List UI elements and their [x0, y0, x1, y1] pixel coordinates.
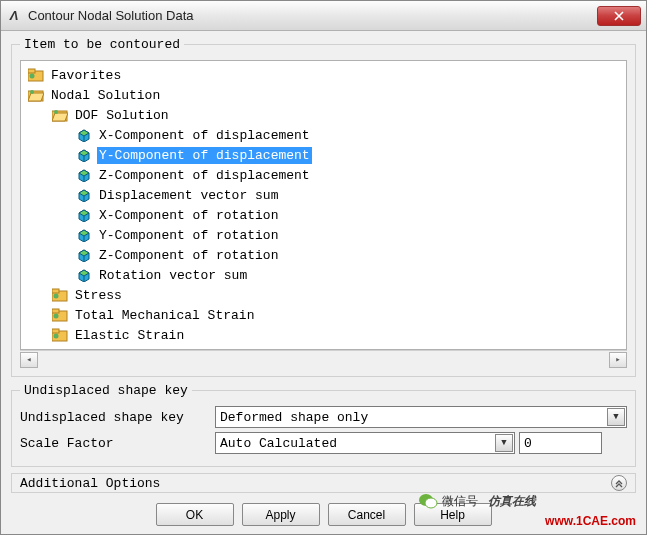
tree-label: Elastic Strain — [73, 327, 186, 344]
tree-view[interactable]: Favorites Nodal Solution DOF Solution X-… — [20, 60, 627, 350]
close-button[interactable] — [597, 6, 641, 26]
titlebar[interactable]: Λ Contour Nodal Solution Data — [1, 1, 646, 31]
chevron-down-icon[interactable]: ▼ — [495, 434, 513, 452]
svg-point-5 — [30, 90, 34, 94]
shape-legend: Undisplaced shape key — [20, 383, 192, 398]
contour-group: Item to be contoured Favorites Nodal Sol… — [11, 37, 636, 377]
dropdown-value: Auto Calculated — [220, 436, 337, 451]
scale-factor-label: Scale Factor — [20, 436, 215, 451]
additional-options-label: Additional Options — [20, 476, 160, 491]
cube-icon — [75, 167, 93, 183]
svg-point-43 — [425, 498, 437, 508]
folder-icon — [51, 307, 69, 323]
tree-label: X-Component of displacement — [97, 127, 312, 144]
scroll-left-icon[interactable]: ◂ — [20, 352, 38, 368]
folder-icon — [51, 327, 69, 343]
tree-label: Y-Component of rotation — [97, 227, 280, 244]
cube-icon — [75, 227, 93, 243]
folder-icon — [51, 287, 69, 303]
shape-group: Undisplaced shape key Undisplaced shape … — [11, 383, 636, 467]
expand-icon[interactable] — [611, 475, 627, 491]
cancel-button[interactable]: Cancel — [328, 503, 406, 526]
tree-item-ydisp[interactable]: Y-Component of displacement — [23, 145, 624, 165]
tree-label: X-Component of rotation — [97, 207, 280, 224]
wechat-icon — [418, 492, 438, 510]
ok-button[interactable]: OK — [156, 503, 234, 526]
chevron-down-icon[interactable]: ▼ — [607, 408, 625, 426]
tree-item-dispsum[interactable]: Displacement vector sum — [23, 185, 624, 205]
tree-label: Y-Component of displacement — [97, 147, 312, 164]
folder-open-icon — [27, 87, 45, 103]
cube-icon — [75, 207, 93, 223]
cube-icon — [75, 267, 93, 283]
svg-point-35 — [54, 294, 59, 299]
cube-icon — [75, 247, 93, 263]
dialog-window: Λ Contour Nodal Solution Data Item to be… — [0, 0, 647, 535]
svg-rect-34 — [52, 289, 59, 293]
button-row: OK Apply Cancel Help — [11, 499, 636, 526]
scale-factor-input[interactable] — [519, 432, 602, 454]
app-icon: Λ — [6, 8, 22, 24]
tree-label: Displacement vector sum — [97, 187, 280, 204]
scale-factor-dropdown[interactable]: Auto Calculated ▼ — [215, 432, 515, 454]
tree-totmech[interactable]: Total Mechanical Strain — [23, 305, 624, 325]
svg-point-41 — [54, 334, 59, 339]
tree-label: DOF Solution — [73, 107, 171, 124]
shape-key-dropdown[interactable]: Deformed shape only ▼ — [215, 406, 627, 428]
cube-icon — [75, 187, 93, 203]
tree-label: Rotation vector sum — [97, 267, 249, 284]
additional-options-bar[interactable]: Additional Options — [11, 473, 636, 493]
tree-item-zrot[interactable]: Z-Component of rotation — [23, 245, 624, 265]
apply-button[interactable]: Apply — [242, 503, 320, 526]
svg-marker-7 — [52, 113, 68, 121]
folder-open-icon — [51, 107, 69, 123]
horizontal-scrollbar[interactable]: ◂ ▸ — [20, 350, 627, 368]
cube-icon — [75, 147, 93, 163]
tree-favorites[interactable]: Favorites — [23, 65, 624, 85]
watermark-wechat: 微信号 仿真在线 — [418, 492, 536, 510]
svg-point-8 — [54, 110, 58, 114]
tree-item-xrot[interactable]: X-Component of rotation — [23, 205, 624, 225]
dropdown-value: Deformed shape only — [220, 410, 368, 425]
tree-label: Favorites — [49, 67, 123, 84]
tree-label: Nodal Solution — [49, 87, 162, 104]
svg-rect-1 — [28, 69, 35, 73]
shape-key-label: Undisplaced shape key — [20, 410, 215, 425]
svg-point-38 — [54, 314, 59, 319]
tree-label: Z-Component of displacement — [97, 167, 312, 184]
folder-icon — [27, 67, 45, 83]
tree-label: Z-Component of rotation — [97, 247, 280, 264]
tree-item-rotsum[interactable]: Rotation vector sum — [23, 265, 624, 285]
tree-label: Stress — [73, 287, 124, 304]
window-title: Contour Nodal Solution Data — [28, 8, 597, 23]
scroll-right-icon[interactable]: ▸ — [609, 352, 627, 368]
cube-icon — [75, 127, 93, 143]
client-area: Item to be contoured Favorites Nodal Sol… — [1, 31, 646, 534]
tree-dof-solution[interactable]: DOF Solution — [23, 105, 624, 125]
svg-point-2 — [30, 74, 35, 79]
close-icon — [614, 11, 624, 21]
svg-rect-40 — [52, 329, 59, 333]
tree-elastic[interactable]: Elastic Strain — [23, 325, 624, 345]
svg-marker-4 — [28, 93, 44, 101]
tree-stress[interactable]: Stress — [23, 285, 624, 305]
tree-item-xdisp[interactable]: X-Component of displacement — [23, 125, 624, 145]
contour-legend: Item to be contoured — [20, 37, 184, 52]
svg-rect-37 — [52, 309, 59, 313]
tree-nodal-solution[interactable]: Nodal Solution — [23, 85, 624, 105]
tree-label: Total Mechanical Strain — [73, 307, 256, 324]
tree-item-yrot[interactable]: Y-Component of rotation — [23, 225, 624, 245]
watermark-site: www.1CAE.com — [545, 514, 636, 528]
tree-item-zdisp[interactable]: Z-Component of displacement — [23, 165, 624, 185]
